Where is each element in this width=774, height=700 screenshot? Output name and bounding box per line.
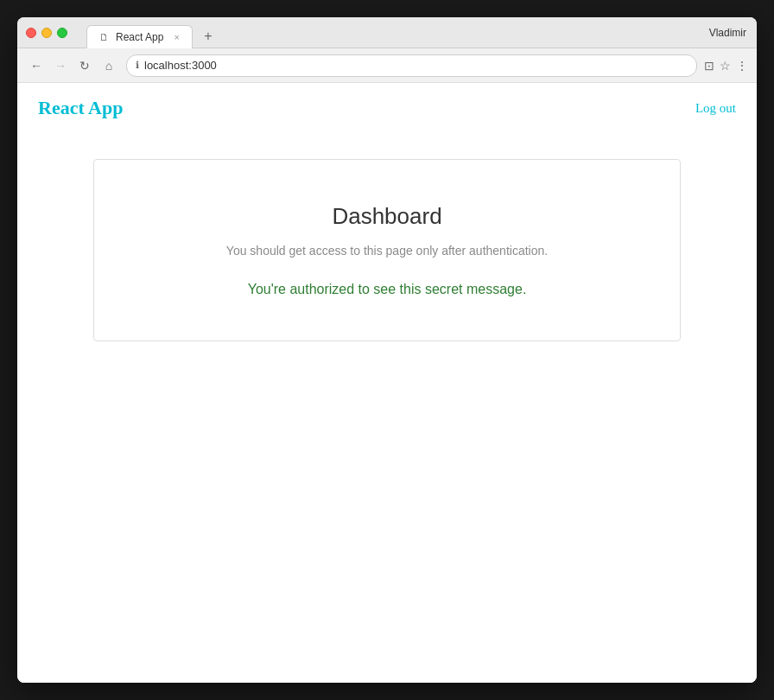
- traffic-lights: [26, 28, 67, 38]
- maximize-button[interactable]: [57, 28, 67, 38]
- tab-page-icon: 🗋: [99, 32, 109, 42]
- new-tab-icon: +: [204, 29, 212, 44]
- minimize-button[interactable]: [41, 28, 52, 38]
- secret-message: You're authorized to see this secret mes…: [129, 282, 645, 297]
- dashboard-card: Dashboard You should get access to this …: [93, 159, 681, 341]
- tab-title: React App: [116, 31, 163, 43]
- back-button[interactable]: ←: [26, 55, 47, 76]
- refresh-button[interactable]: ↻: [74, 55, 95, 76]
- address-input[interactable]: ℹ localhost:3000: [126, 54, 697, 77]
- info-icon: ℹ: [136, 60, 139, 71]
- home-button[interactable]: ⌂: [98, 55, 119, 76]
- dashboard-subtitle: You should get access to this page only …: [129, 244, 645, 258]
- address-actions: ⊡ ☆ ⋮: [704, 59, 748, 73]
- browser-tab[interactable]: 🗋 React App ×: [86, 25, 193, 48]
- logout-button[interactable]: Log out: [695, 101, 736, 116]
- cast-icon[interactable]: ⊡: [704, 59, 714, 73]
- refresh-icon: ↻: [79, 59, 90, 73]
- address-bar: ← → ↻ ⌂ ℹ localhost:3000 ⊡ ☆ ⋮: [17, 48, 757, 83]
- new-tab-button[interactable]: +: [196, 24, 220, 48]
- tab-close-icon[interactable]: ×: [174, 32, 179, 42]
- browser-window: 🗋 React App × + Vladimir ← → ↻ ⌂: [17, 17, 757, 683]
- dashboard-title: Dashboard: [129, 203, 645, 230]
- menu-icon[interactable]: ⋮: [736, 59, 748, 73]
- back-icon: ←: [30, 59, 42, 73]
- forward-icon: →: [54, 59, 67, 73]
- tab-bar: 🗋 React App × +: [86, 17, 670, 48]
- bookmark-icon[interactable]: ☆: [720, 59, 731, 73]
- forward-button[interactable]: →: [50, 55, 71, 76]
- user-name: Vladimir: [709, 27, 746, 39]
- app-header: React App Log out: [17, 83, 757, 133]
- title-bar: 🗋 React App × + Vladimir: [17, 17, 757, 48]
- app-title: React App: [38, 97, 123, 119]
- nav-buttons: ← → ↻ ⌂: [26, 55, 119, 76]
- url-text: localhost:3000: [144, 59, 217, 72]
- app-content: React App Log out Dashboard You should g…: [17, 83, 757, 683]
- home-icon: ⌂: [105, 59, 112, 73]
- close-button[interactable]: [26, 28, 36, 38]
